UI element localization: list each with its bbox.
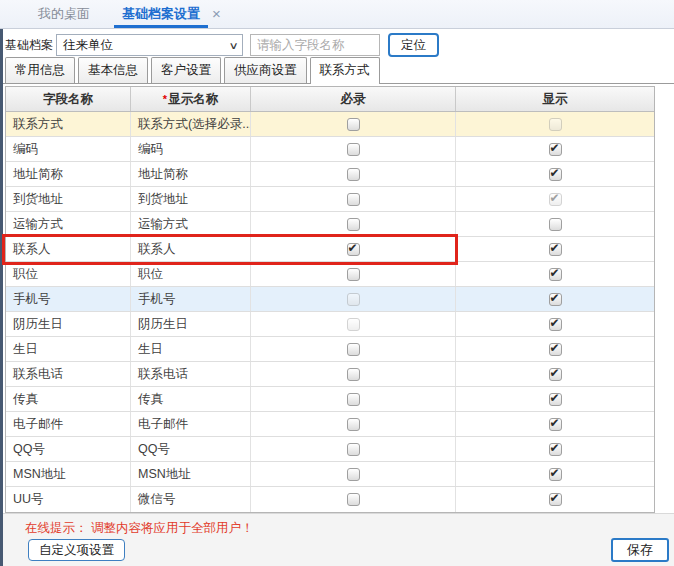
required-asterisk: * xyxy=(163,93,167,105)
required-checkbox[interactable] xyxy=(347,168,360,181)
show-checkbox[interactable] xyxy=(549,268,562,281)
header-display-name: * 显示名称 xyxy=(131,87,251,111)
show-checkbox[interactable] xyxy=(549,418,562,431)
show-cell xyxy=(456,187,654,211)
show-checkbox[interactable] xyxy=(549,168,562,181)
show-checkbox[interactable] xyxy=(549,343,562,356)
display-name-cell: 电子邮件 xyxy=(131,412,251,436)
table-row[interactable]: 编码编码 xyxy=(6,137,654,162)
show-checkbox[interactable] xyxy=(549,368,562,381)
window-left-edge xyxy=(0,29,3,566)
required-cell xyxy=(251,262,456,286)
show-cell xyxy=(456,212,654,236)
display-name-cell: QQ号 xyxy=(131,437,251,461)
display-name-cell: 阴历生日 xyxy=(131,312,251,336)
table-body: 联系方式联系方式(选择必录...编码编码地址简称地址简称到货地址到货地址运输方式… xyxy=(6,112,654,512)
required-checkbox[interactable] xyxy=(347,418,360,431)
required-checkbox[interactable] xyxy=(347,493,360,506)
required-cell xyxy=(251,187,456,211)
field-name-cell: 生日 xyxy=(6,337,131,361)
required-cell xyxy=(251,287,456,311)
show-checkbox[interactable] xyxy=(549,118,562,131)
show-checkbox[interactable] xyxy=(549,218,562,231)
required-cell xyxy=(251,312,456,336)
field-name-cell: 编码 xyxy=(6,137,131,161)
field-name-search-input[interactable] xyxy=(250,34,380,56)
required-checkbox[interactable] xyxy=(347,268,360,281)
show-checkbox[interactable] xyxy=(549,143,562,156)
show-checkbox[interactable] xyxy=(549,193,562,206)
display-name-cell: 运输方式 xyxy=(131,212,251,236)
subtab-1[interactable]: 基本信息 xyxy=(78,57,148,83)
show-cell xyxy=(456,487,654,512)
show-checkbox[interactable] xyxy=(549,493,562,506)
footer-bar: 在线提示： 调整内容将应用于全部用户！ 自定义项设置 保存 xyxy=(3,513,674,566)
field-name-cell: 运输方式 xyxy=(6,212,131,236)
required-checkbox[interactable] xyxy=(347,293,360,306)
tab-my-desktop[interactable]: 我的桌面 xyxy=(28,1,100,28)
required-cell xyxy=(251,462,456,486)
archive-type-select-value: 往来单位 xyxy=(63,37,113,54)
show-checkbox[interactable] xyxy=(549,243,562,256)
subtab-0[interactable]: 常用信息 xyxy=(5,57,75,83)
field-name-cell: 地址简称 xyxy=(6,162,131,186)
table-row[interactable]: 地址简称地址简称 xyxy=(6,162,654,187)
table-row[interactable]: 职位职位 xyxy=(6,262,654,287)
required-checkbox[interactable] xyxy=(347,143,360,156)
required-cell xyxy=(251,337,456,361)
table-row[interactable]: MSN地址MSN地址 xyxy=(6,462,654,487)
save-button[interactable]: 保存 xyxy=(611,538,669,562)
required-checkbox[interactable] xyxy=(347,343,360,356)
required-cell xyxy=(251,212,456,236)
field-name-cell: UU号 xyxy=(6,487,131,512)
table-row[interactable]: 传真传真 xyxy=(6,387,654,412)
required-cell xyxy=(251,437,456,461)
table-row[interactable]: 联系电话联系电话 xyxy=(6,362,654,387)
table-row[interactable]: 手机号手机号 xyxy=(6,287,654,312)
table-row[interactable]: 到货地址到货地址 xyxy=(6,187,654,212)
show-checkbox[interactable] xyxy=(549,468,562,481)
table-row[interactable]: 联系方式联系方式(选择必录... xyxy=(6,112,654,137)
required-checkbox[interactable] xyxy=(347,243,360,256)
field-name-cell: MSN地址 xyxy=(6,462,131,486)
required-checkbox[interactable] xyxy=(347,393,360,406)
locate-button[interactable]: 定位 xyxy=(388,33,439,57)
required-checkbox[interactable] xyxy=(347,118,360,131)
required-checkbox[interactable] xyxy=(347,218,360,231)
tab-basic-archive-settings[interactable]: 基础档案设置 xyxy=(114,1,208,28)
table-row[interactable]: QQ号QQ号 xyxy=(6,437,654,462)
field-name-cell: 到货地址 xyxy=(6,187,131,211)
table-row[interactable]: 阴历生日阴历生日 xyxy=(6,312,654,337)
show-checkbox[interactable] xyxy=(549,318,562,331)
show-cell xyxy=(456,137,654,161)
show-checkbox[interactable] xyxy=(549,293,562,306)
required-cell xyxy=(251,362,456,386)
archive-type-select[interactable]: 往来单位 ∨ xyxy=(56,34,243,56)
subtab-3[interactable]: 供应商设置 xyxy=(224,57,307,83)
custom-settings-button[interactable]: 自定义项设置 xyxy=(28,539,125,561)
table-row[interactable]: 生日生日 xyxy=(6,337,654,362)
table-row[interactable]: UU号微信号 xyxy=(6,487,654,512)
close-tab-icon[interactable]: × xyxy=(208,6,227,28)
show-cell xyxy=(456,437,654,461)
required-cell xyxy=(251,237,456,261)
table-row[interactable]: 电子邮件电子邮件 xyxy=(6,412,654,437)
required-checkbox[interactable] xyxy=(347,193,360,206)
subtab-2[interactable]: 客户设置 xyxy=(151,57,221,83)
field-name-cell: 联系人 xyxy=(6,237,131,261)
show-checkbox[interactable] xyxy=(549,393,562,406)
show-checkbox[interactable] xyxy=(549,443,562,456)
required-cell xyxy=(251,387,456,411)
subtab-4[interactable]: 联系方式 xyxy=(310,57,380,84)
required-checkbox[interactable] xyxy=(347,368,360,381)
required-checkbox[interactable] xyxy=(347,443,360,456)
required-checkbox[interactable] xyxy=(347,318,360,331)
display-name-cell: 微信号 xyxy=(131,487,251,512)
show-cell xyxy=(456,312,654,336)
table-row[interactable]: 运输方式运输方式 xyxy=(6,212,654,237)
required-checkbox[interactable] xyxy=(347,468,360,481)
header-show: 显示 xyxy=(456,87,654,111)
display-name-cell: 联系方式(选择必录... xyxy=(131,112,251,136)
field-name-cell: 阴历生日 xyxy=(6,312,131,336)
table-row[interactable]: 联系人联系人 xyxy=(6,237,654,262)
